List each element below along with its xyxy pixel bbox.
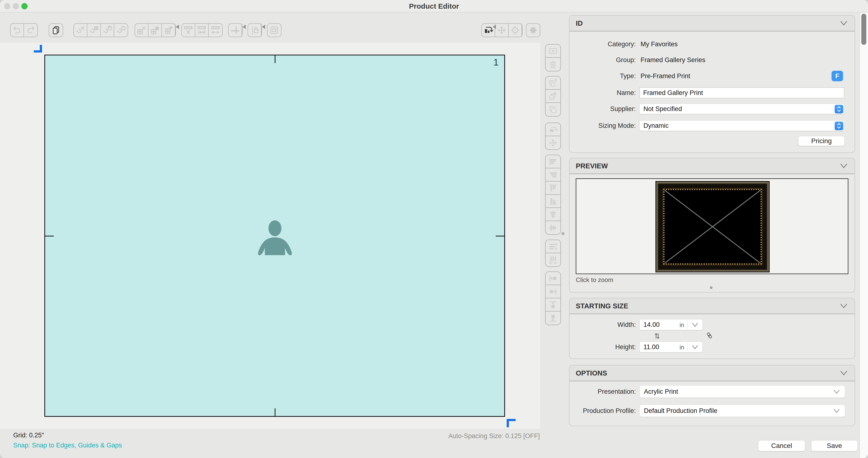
cancel-button[interactable]: Cancel [758, 440, 805, 451]
center-view-button[interactable] [508, 24, 522, 37]
measure-span-button[interactable] [209, 24, 222, 37]
fit-view-button[interactable] [495, 24, 508, 37]
type-badge: F [832, 71, 843, 81]
supplier-popup[interactable]: Not Specified [639, 104, 844, 114]
id-panel-header[interactable]: ID [569, 15, 855, 31]
preview-panel-header[interactable]: PREVIEW [569, 158, 855, 174]
starting-size-panel-header[interactable]: STARTING SIZE [569, 298, 855, 314]
flyout-arrow-icon[interactable] [493, 25, 496, 29]
panel-splitter-handle[interactable] [561, 232, 564, 235]
effects-toolbar-group [526, 23, 540, 37]
distribute-vertical-button[interactable] [546, 240, 560, 253]
presentation-value: Acrylic Print [644, 388, 678, 395]
top-left-guide-bracket [34, 51, 42, 53]
chevron-down-icon [833, 408, 840, 414]
snap-to-edges-button[interactable] [114, 24, 128, 37]
sidebar-scrollbar-thumb[interactable] [861, 14, 866, 45]
category-label: Category: [577, 40, 636, 48]
snap-to-guides-button[interactable] [101, 24, 114, 37]
opening-trash-button[interactable] [546, 58, 560, 71]
duplicate-product-button[interactable] [49, 24, 63, 37]
production-profile-dropdown[interactable]: Default Production Profile [639, 404, 845, 417]
copy-ask-button[interactable]: ? [546, 103, 560, 116]
width-input-group[interactable]: 14.00 in [639, 319, 703, 330]
measure-modes-toolbar-group [181, 23, 223, 37]
opening-send-back-button[interactable] [162, 24, 175, 37]
width-value: 14.00 [644, 321, 660, 328]
align-bottom-button[interactable] [546, 195, 560, 208]
distribute-horizontal-button[interactable] [546, 253, 560, 266]
id-panel: ID Category: My Favorites Group: Framed … [569, 15, 855, 153]
opening-move-button[interactable] [546, 136, 560, 150]
unit-dropdown-chevron-icon[interactable] [691, 322, 699, 328]
opening-toolbar-group-5 [545, 239, 561, 267]
copy-prev-3-button[interactable]: 3 [546, 90, 560, 103]
width-label: Width: [577, 321, 636, 329]
presentation-dropdown[interactable]: Acrylic Print [639, 385, 845, 398]
production-profile-label: Production Profile: [577, 407, 636, 415]
select-frame-button[interactable] [268, 24, 281, 37]
snap-off-button[interactable] [74, 24, 87, 37]
link-dimensions-button[interactable] [705, 331, 713, 339]
sidebar-scrollbar-track [859, 12, 868, 458]
opening-toolbar-group-3 [545, 123, 561, 150]
lock-toolbar-group [248, 23, 262, 37]
width-unit: in [680, 322, 684, 328]
sizing-mode-value: Dynamic [644, 122, 669, 129]
opening-bring-front-button[interactable] [149, 24, 162, 37]
height-value: 11.00 [644, 344, 659, 351]
panel-title: STARTING SIZE [576, 302, 628, 310]
swap-dimensions-button[interactable] [653, 332, 661, 340]
opening-toolbar-group-4 [545, 155, 561, 235]
flyout-arrow-icon[interactable] [176, 25, 179, 29]
push-right-button[interactable] [546, 285, 560, 298]
chevron-down-icon [833, 389, 840, 395]
production-profile-value: Default Production Profile [644, 407, 717, 414]
redo-button[interactable] [24, 24, 37, 37]
undo-button[interactable] [10, 24, 24, 37]
panel-title: PREVIEW [576, 162, 608, 170]
preview-panel: PREVIEW Click to zoom [569, 158, 855, 293]
burst-button[interactable] [526, 24, 540, 37]
align-right-button[interactable] [546, 168, 560, 182]
snap-to-grid-button[interactable] [87, 24, 101, 37]
grid-status-label: Grid: 0.25" [13, 432, 44, 439]
align-top-button[interactable] [546, 182, 560, 195]
preview-image[interactable] [576, 178, 848, 274]
type-label: Type: [577, 72, 636, 80]
center-vertical-button[interactable] [546, 221, 560, 234]
page-number-label: 1 [494, 57, 499, 68]
align-left-button[interactable] [546, 155, 560, 168]
duplicate-toolbar-group [49, 23, 63, 37]
sizing-mode-label: Sizing Mode: [577, 122, 636, 130]
canvas-page[interactable]: 1 [44, 55, 505, 417]
push-left-button[interactable] [546, 272, 560, 285]
unit-dropdown-chevron-icon[interactable] [691, 345, 699, 350]
right-midpoint-tick [496, 236, 504, 236]
group-value: Framed Gallery Series [641, 56, 705, 64]
opening-delete-button[interactable] [135, 24, 149, 37]
save-button[interactable]: Save [811, 440, 858, 451]
name-label: Name: [577, 89, 636, 97]
svg-text:?: ? [553, 108, 555, 112]
measure-inside-button[interactable] [195, 24, 209, 37]
push-down-button[interactable] [546, 312, 560, 325]
snap-status-label[interactable]: Snap: Snap to Edges, Guides & Gaps [13, 442, 122, 449]
opening-rotate-button[interactable] [546, 123, 560, 136]
center-horizontal-button[interactable] [546, 208, 560, 221]
options-panel-header[interactable]: OPTIONS [569, 365, 855, 381]
measure-off-button[interactable] [182, 24, 195, 37]
push-up-button[interactable] [546, 298, 560, 312]
sizing-mode-popup[interactable]: Dynamic [639, 120, 844, 131]
bottom-right-guide-bracket [507, 419, 509, 427]
name-input[interactable] [639, 87, 844, 98]
pricing-button[interactable]: Pricing [798, 136, 845, 146]
lock-guides-button[interactable] [248, 24, 261, 37]
add-guide-button[interactable] [229, 24, 242, 37]
copy-next-3-button[interactable]: 3 [546, 76, 560, 90]
height-input-group[interactable]: 11.00 in [639, 341, 703, 353]
title-bar: Product Editor [0, 0, 868, 12]
opening-add-button[interactable] [546, 44, 560, 58]
flyout-arrow-icon[interactable] [243, 25, 246, 29]
flyout-arrow-icon[interactable] [262, 25, 265, 29]
